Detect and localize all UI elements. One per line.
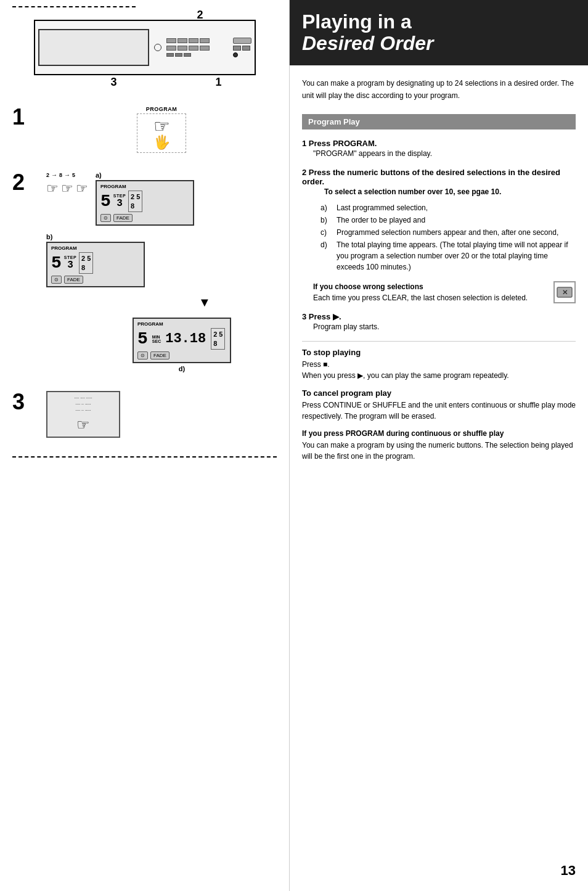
intro-text: You can make a program by designating up… (302, 78, 576, 101)
cd-circle (154, 44, 161, 51)
hand-press-illus: ☞ 🖐 (137, 113, 186, 153)
grid-item: 5 (86, 254, 91, 263)
inst-num-3: 3 (302, 312, 309, 321)
hand-1: ☞ (46, 181, 59, 197)
diagram-label-3: 3 (111, 76, 117, 89)
program-text-label: PROGRAM (146, 106, 178, 112)
lcd-step-label-b: STEP 3 (64, 255, 76, 271)
label-a: a) (96, 171, 102, 179)
inst-num-1: 1 (302, 139, 309, 148)
sub-item-d: d) The total playing time appears. (The … (321, 239, 576, 273)
label-d: d) (133, 365, 231, 372)
seq-num-3: 5 (72, 172, 75, 178)
step2-content: 2 → 8 → 5 ☞ ☞ ☞ a) PRO (46, 171, 277, 372)
lcd-big-num-a: 5 (100, 193, 111, 210)
lcd-b-section: b) PROGRAM 5 STEP 3 2 5 8 (46, 233, 145, 287)
page-number: 13 (561, 863, 576, 879)
instruction-3: 3 Press ▶. Program play starts. (302, 312, 576, 332)
step1-content: PROGRAM ☞ 🖐 (46, 106, 277, 153)
instruction-1: 1 Press PROGRAM. "PROGRAM" appears in th… (302, 139, 576, 159)
step2-number: 2 (12, 171, 37, 194)
grid-item: 5 (218, 330, 223, 339)
to-cancel-header: To cancel program play (302, 388, 576, 398)
sub-item-a: a) Last programmed selection, (321, 202, 576, 213)
lcd-program-label-d: PROGRAM (137, 321, 226, 327)
inst-num-2: 2 (302, 168, 309, 177)
cd-button (178, 38, 187, 43)
page-area: 13 (290, 469, 588, 891)
sub-label-b: b) (321, 215, 332, 226)
sub-label-d: d) (321, 239, 332, 273)
lcd-grid-d: 2 5 8 (211, 328, 225, 350)
sub-item-b: b) The order to be played and (321, 215, 576, 226)
step-word-a: STEP (113, 194, 126, 198)
step-word-b: STEP (64, 255, 76, 260)
sub-text-d: The total playing time appears. (The tot… (337, 239, 576, 273)
left-panel: 2 3 1 1 PROGRAM ☞ 🖐 2 2 (0, 0, 290, 891)
cd-button-sm (175, 53, 182, 57)
eraser-icon: ✕ (556, 284, 573, 301)
lcd-min-sec: MIN SEC (152, 335, 161, 343)
min-label: MIN (152, 335, 161, 339)
title-main: Playing in a Desired Order (302, 11, 576, 54)
hand-2: ☞ (61, 181, 73, 197)
instruction-2: 2 Press the numeric buttons of the desir… (302, 168, 576, 273)
step2-section: 2 2 → 8 → 5 ☞ ☞ ☞ (12, 171, 277, 372)
inst-text-3: Program play starts. (313, 321, 576, 332)
step1-program-illus: PROGRAM ☞ 🖐 (46, 106, 277, 153)
sub-item-c: c) Programmed selection numbers appear a… (321, 227, 576, 238)
if-program-body: You can make a program by using the nume… (302, 440, 576, 462)
lcd-btn-2d: FADE (150, 351, 169, 359)
grid-item: 5 (136, 192, 141, 201)
step2-top: 2 → 8 → 5 ☞ ☞ ☞ a) PRO (46, 171, 277, 287)
cd-button (166, 46, 176, 51)
to-stop-body: Press ■. When you press ▶, you can play … (302, 359, 576, 381)
seq-hands: ☞ ☞ ☞ (46, 181, 88, 197)
lcd-panel-d: PROGRAM 5 MIN SEC 13.18 2 5 8 (133, 318, 231, 363)
cd-button (166, 38, 176, 43)
seq-num-1: 2 (46, 172, 49, 178)
cd-player-diagram (34, 20, 256, 75)
step3-number: 3 (12, 391, 37, 413)
cd-right-btn-sm (242, 46, 250, 51)
grid-item (218, 339, 223, 348)
hand-press-remote: ☞ (76, 416, 90, 433)
sub-note: To select a selection number over 10, se… (324, 186, 576, 197)
diagram-label-2: 2 (197, 9, 203, 22)
grid-item: 2 (213, 330, 218, 339)
wrong-sel-text: If you choose wrong selections Each time… (313, 281, 547, 303)
wrong-selections-box: If you choose wrong selections Each time… (313, 281, 576, 303)
grid-item: 2 (130, 192, 135, 201)
seq-nums: 2 → 8 → 5 (46, 171, 75, 178)
sub-list: a) Last programmed selection, b) The ord… (321, 202, 576, 273)
arrow-sequence: 2 → 8 → 5 ☞ ☞ ☞ (46, 171, 88, 197)
lcd-bottom-b: ⊙ FADE (51, 276, 140, 284)
lcd-btn-2b: FADE (64, 276, 83, 284)
step-num-b: 3 (67, 260, 73, 271)
inst-bold-3: Press ▶. (309, 312, 341, 321)
lcd-btn-1d: ⊙ (137, 351, 148, 359)
lcd-big-num-d: 5 (137, 331, 148, 348)
wrong-bold: If you choose wrong selections (313, 282, 423, 291)
lcd-cd-row: PROGRAM 5 MIN SEC 13.18 2 5 8 (46, 318, 277, 372)
right-content: You can make a program by designating up… (290, 78, 588, 469)
lcd-d-section: PROGRAM 5 MIN SEC 13.18 2 5 8 (133, 318, 231, 372)
wrong-normal: Each time you press CLEAR, the last chos… (313, 294, 528, 302)
section-header: Program Play (302, 114, 576, 129)
lcd-row-b: 5 STEP 3 2 5 8 (51, 252, 140, 274)
seq-arrow-2: → (64, 171, 70, 178)
lcd-a-section: a) PROGRAM 5 STEP 3 2 5 8 (96, 171, 194, 226)
remote-text: ···· ···· ····· ···· ·· ····· ···· ·· ··… (74, 395, 92, 413)
lcd-row-d: 5 MIN SEC 13.18 2 5 8 (137, 328, 226, 350)
cd-player-diagram-wrapper: 2 3 1 (28, 20, 262, 75)
to-stop-section: To stop playing Press ■. When you press … (302, 348, 576, 381)
step3-section: 3 ···· ···· ····· ···· ·· ····· ···· ·· … (12, 391, 277, 438)
lcd-btn-1a: ⊙ (100, 214, 111, 222)
cd-right-btn-sm (233, 46, 241, 51)
grid-item: 8 (81, 263, 86, 272)
label-b: b) (46, 233, 52, 240)
sub-label-a: a) (321, 202, 332, 213)
lcd-program-label-a: PROGRAM (100, 184, 189, 189)
lcd-grid-b: 2 5 8 (79, 252, 93, 274)
hand-icon: 🖐 (141, 136, 182, 149)
